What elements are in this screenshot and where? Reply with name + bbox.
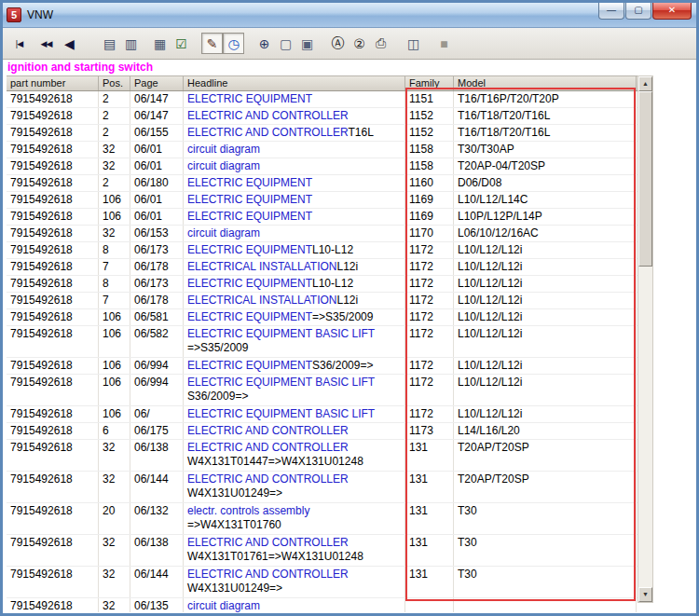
headline-line2: =>S35/2009 [187, 341, 404, 355]
cell-page: 06/173 [130, 276, 184, 292]
titlebar[interactable]: 5 VNW — ▢ ✕ [3, 3, 696, 28]
table-row: 7915492618 32 06/144 ELECTRIC AND CONTRO… [7, 567, 637, 598]
headline-link[interactable]: ELECTRIC AND CONTROLLER [187, 126, 348, 139]
vertical-scrollbar[interactable]: ▲ ▼ [637, 75, 653, 603]
cell-headline: ELECTRIC EQUIPMENT BASIC LIFTS36/2009=> [184, 375, 405, 405]
single-page-button[interactable]: ▢ [275, 33, 296, 54]
column-header-part[interactable]: part number [7, 76, 99, 90]
cell-model: L06/10/12/16AC [454, 226, 637, 241]
table-row: 7915492618 2 06/147 ELECTRIC AND CONTROL… [7, 108, 637, 125]
headline-link[interactable]: ELECTRICAL INSTALLATION [187, 260, 336, 273]
print-button[interactable]: ⎙ [370, 33, 391, 54]
headline-link[interactable]: ELECTRIC EQUIPMENT BASIC LIFT [187, 327, 375, 340]
headline-line2: W4X131T01761=>W4X131U01248 [187, 550, 404, 564]
scrollbar-down-button[interactable]: ▼ [638, 587, 652, 602]
headline-link[interactable]: ELECTRIC AND CONTROLLER [187, 424, 349, 437]
cell-part-number: 7915492618 [7, 175, 99, 191]
zoom-button[interactable]: ⊕ [254, 33, 275, 54]
column-header-pos[interactable]: Pos. [99, 76, 130, 90]
column-header-headline[interactable]: Headline [184, 76, 405, 90]
table-row: 7915492618 32 06/144 ELECTRIC AND CONTRO… [7, 472, 637, 503]
headline-link[interactable]: ELECTRIC AND CONTROLLER [187, 441, 349, 454]
headline-link[interactable]: ELECTRIC EQUIPMENT [187, 359, 312, 372]
cell-part-number: 7915492618 [7, 375, 99, 405]
cell-family: 1172 [405, 406, 454, 422]
checklist-button[interactable]: ☑ [171, 33, 192, 54]
label-a-button[interactable]: Ⓐ [327, 33, 349, 54]
nav-rewind-button[interactable]: ◀◀ [35, 33, 57, 54]
column-header-model[interactable]: Model [454, 76, 637, 90]
headline-link[interactable]: ELECTRIC EQUIPMENT [187, 176, 312, 189]
headline-link[interactable]: ELECTRIC EQUIPMENT [187, 210, 312, 223]
cell-headline: ELECTRIC AND CONTROLLERW4X131U01249=> [184, 472, 405, 502]
pointer-tool-button[interactable]: ✎ [201, 33, 223, 54]
headline-link[interactable]: circuit diagram [187, 143, 260, 156]
table-row: 7915492618 2 06/180 ELECTRIC EQUIPMENT 1… [7, 175, 637, 192]
headline-link[interactable]: ELECTRIC EQUIPMENT [187, 277, 312, 290]
filter-button[interactable]: ▦ [149, 33, 171, 54]
table-row: 7915492618 106 06/01 ELECTRIC EQUIPMENT … [7, 209, 637, 226]
nav-prev-button[interactable]: ◀ [59, 33, 80, 54]
catalog-button[interactable]: ◫ [403, 33, 424, 54]
headline-suffix: S36/2009=> [312, 359, 373, 372]
minimize-button[interactable]: — [598, 3, 624, 20]
table-row: 7915492618 106 06/994 ELECTRIC EQUIPMENT… [7, 358, 637, 375]
table-row: 7915492618 6 06/175 ELECTRIC AND CONTROL… [7, 423, 637, 440]
headline-suffix: L10-L12 [312, 277, 353, 290]
nav-first-button[interactable]: |◀ [8, 33, 30, 54]
table-row: 7915492618 32 06/153 circuit diagram 117… [7, 226, 637, 242]
column-header-family[interactable]: Family [405, 76, 454, 90]
cell-headline: ELECTRIC EQUIPMENT [184, 192, 405, 208]
headline-link[interactable]: ELECTRIC AND CONTROLLER [187, 109, 349, 122]
cell-model: T30 [454, 535, 637, 566]
edit-page-button[interactable]: ▥ [120, 33, 142, 54]
maximize-button[interactable]: ▢ [625, 3, 651, 20]
headline-link[interactable]: ELECTRIC EQUIPMENT [187, 193, 312, 206]
stop-button[interactable]: ■ [433, 33, 455, 54]
cell-family: 1158 [405, 158, 454, 174]
cell-model: L10/L12/L12i [454, 242, 637, 258]
headline-link[interactable]: ELECTRIC AND CONTROLLER [187, 472, 349, 486]
scrollbar-up-button[interactable]: ▲ [638, 76, 652, 91]
headline-link[interactable]: ELECTRIC EQUIPMENT [187, 92, 312, 105]
cell-part-number: 7915492618 [7, 440, 99, 471]
cell-family: 1158 [405, 142, 454, 157]
headline-link[interactable]: ELECTRIC EQUIPMENT BASIC LIFT [187, 407, 375, 420]
cell-family: 1172 [405, 242, 454, 258]
cell-model: L10/L12/L12i [454, 309, 637, 325]
headline-suffix: L10-L12 [312, 243, 353, 256]
cell-family: 131 [405, 567, 454, 597]
cell-headline: ELECTRICAL INSTALLATIONL12i [184, 293, 405, 308]
jump-page-button[interactable]: ▤ [99, 33, 120, 54]
multi-page-button[interactable]: ▣ [296, 33, 318, 54]
headline-link[interactable]: ELECTRICAL INSTALLATION [187, 294, 336, 307]
headline-link[interactable]: circuit diagram [187, 159, 260, 172]
headline-link[interactable]: circuit diagram [187, 599, 260, 612]
single-page-icon: ▢ [280, 36, 292, 51]
headline-link[interactable]: ELECTRIC EQUIPMENT [187, 310, 312, 323]
headline-link[interactable]: ELECTRIC AND CONTROLLER [187, 536, 349, 549]
cell-family: 1173 [405, 423, 454, 439]
scrollbar-thumb[interactable] [638, 91, 652, 267]
history-button[interactable]: ◷ [223, 33, 244, 54]
cell-page: 06/153 [130, 226, 184, 241]
pointer-tool-icon: ✎ [207, 36, 218, 51]
label-2-button[interactable]: ② [349, 33, 370, 54]
cell-model: L10/L12/L14C [454, 192, 637, 208]
cell-model: L10/L12/L12i [454, 276, 637, 292]
cell-model [454, 598, 637, 612]
cell-part-number: 7915492618 [7, 293, 99, 308]
headline-link[interactable]: ELECTRIC EQUIPMENT BASIC LIFT [187, 376, 375, 389]
cell-headline: circuit diagram [184, 158, 405, 174]
cell-model: T16/T18/T20/T16L [454, 108, 637, 124]
close-button[interactable]: ✕ [652, 3, 692, 20]
headline-link[interactable]: circuit diagram [187, 226, 260, 240]
cell-family: 1169 [405, 192, 454, 208]
headline-link[interactable]: ELECTRIC AND CONTROLLER [187, 568, 349, 581]
column-header-page[interactable]: Page [130, 76, 184, 90]
headline-link[interactable]: ELECTRIC EQUIPMENT [187, 243, 312, 256]
table-row: 7915492618 106 06/994 ELECTRIC EQUIPMENT… [7, 375, 637, 406]
headline-link[interactable]: electr. controls assembly [187, 504, 309, 517]
cell-pos: 32 [99, 158, 130, 174]
checklist-icon: ☑ [175, 36, 187, 51]
